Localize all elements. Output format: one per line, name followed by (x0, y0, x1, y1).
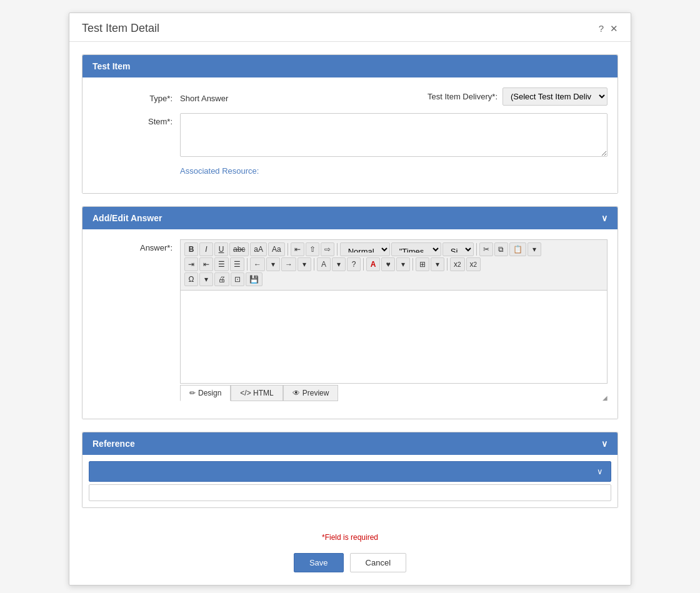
reference-panel: Reference ∨ ∨ (82, 432, 618, 508)
dialog-footer: Save Cancel (69, 546, 631, 585)
stem-label: Stem*: (92, 113, 180, 126)
toolbar-divider-4 (247, 258, 248, 271)
bg-color-dropdown[interactable]: ▾ (396, 257, 410, 271)
test-item-panel-header: Test Item (82, 55, 618, 77)
stem-textarea[interactable] (180, 113, 608, 157)
list-number-button[interactable]: ☰ (230, 257, 244, 271)
editor-content-area[interactable] (180, 290, 608, 384)
list-bullet-button[interactable]: ☰ (214, 257, 229, 271)
italic-button[interactable]: I (199, 242, 213, 256)
delivery-group: Test Item Delivery*: (Select Test Item D… (428, 87, 608, 106)
superscript-button[interactable]: x2 (466, 257, 481, 271)
answer-editor-control: B I U abc aA Aa ⇤ ⇧ ⇨ (180, 239, 608, 401)
answer-label: Answer*: (92, 239, 180, 252)
size-select[interactable]: Size 8 10 12 14 (442, 242, 474, 256)
style-select[interactable]: Normal Heading 1 Heading 2 (340, 242, 390, 256)
indent-right-button[interactable]: ⇥ (184, 257, 198, 271)
answer-panel-body: Answer*: B I U abc aA Aa (82, 229, 618, 419)
toolbar-row-3: Ω ▾ 🖨 ⊡ 💾 (184, 272, 603, 286)
redo-dropdown-button[interactable]: ▾ (298, 257, 311, 271)
copy-button[interactable]: ⧉ (494, 242, 508, 256)
test-item-panel: Test Item Type*: Short Answer Test Item … (82, 54, 618, 194)
type-value: Short Answer (180, 90, 228, 103)
uppercase-button[interactable]: aA (250, 242, 267, 256)
dialog-body: Test Item Type*: Short Answer Test Item … (69, 42, 631, 533)
highlight-button[interactable]: A (317, 257, 331, 271)
editor-footer: ✏ Design </> HTML 👁 Preview (180, 384, 608, 401)
delivery-select[interactable]: (Select Test Item Deliv Online Paper (502, 87, 608, 106)
reference-panel-body: ∨ (82, 455, 618, 507)
omega-button[interactable]: Ω (184, 272, 198, 286)
redo-button[interactable]: → (281, 257, 296, 271)
font-color-button[interactable]: A (366, 257, 380, 271)
test-item-panel-body: Type*: Short Answer Test Item Delivery*:… (82, 77, 618, 193)
undo-button[interactable]: ← (250, 257, 265, 271)
answer-editor-row: Answer*: B I U abc aA Aa (92, 239, 608, 401)
delivery-label: Test Item Delivery*: (428, 92, 498, 101)
resize-handle[interactable]: ◢ (602, 395, 608, 401)
bold-button[interactable]: B (184, 242, 198, 256)
indent-left-button[interactable]: ⇤ (199, 257, 213, 271)
associated-resource-link[interactable]: Associated Resource: (180, 166, 259, 176)
cancel-button[interactable]: Cancel (350, 553, 406, 572)
dialog-header: Test Item Detail ? ✕ (69, 13, 631, 42)
toolbar-row-1: B I U abc aA Aa ⇤ ⇧ ⇨ (184, 242, 603, 256)
reference-input[interactable] (89, 484, 611, 501)
reference-chevron-icon: ∨ (601, 439, 608, 449)
toolbar-divider-1 (288, 243, 288, 256)
answer-header-label: Add/Edit Answer (92, 213, 162, 223)
align-right-button[interactable]: ⇨ (321, 242, 334, 256)
font-color-dropdown[interactable]: ♥ (381, 257, 395, 271)
paste-dropdown-button[interactable]: ▾ (528, 242, 541, 256)
editor-tabs: ✏ Design </> HTML 👁 Preview (180, 385, 338, 401)
toolbar-divider-8 (447, 258, 448, 271)
design-icon: ✏ (189, 389, 196, 397)
highlight-dropdown-button[interactable]: ▾ (332, 257, 346, 271)
reference-dropdown[interactable]: ∨ (89, 461, 611, 482)
tab-html[interactable]: </> HTML (231, 385, 282, 401)
save-button[interactable]: Save (294, 553, 344, 572)
strikethrough-button[interactable]: abc (229, 242, 249, 256)
toolbar-divider-7 (412, 258, 413, 271)
subscript-button[interactable]: x2 (450, 257, 465, 271)
dialog-header-actions: ? ✕ (599, 23, 618, 34)
align-center-button[interactable]: ⇧ (306, 242, 319, 256)
editor-toolbar: B I U abc aA Aa ⇤ ⇧ ⇨ (180, 239, 608, 290)
underline-button[interactable]: U (214, 242, 228, 256)
resize-box-button[interactable]: ⊡ (231, 272, 244, 286)
help-icon[interactable]: ? (599, 23, 604, 34)
toolbar-divider-3 (476, 243, 477, 256)
toolbar-divider-6 (363, 258, 364, 271)
preview-icon: 👁 (292, 389, 300, 397)
reference-panel-header[interactable]: Reference ∨ (82, 432, 618, 455)
omega-dropdown[interactable]: ▾ (199, 272, 213, 286)
case-button[interactable]: Aa (268, 242, 285, 256)
table-dropdown[interactable]: ▾ (431, 257, 444, 271)
tab-design-label: Design (198, 389, 221, 397)
toolbar-divider-2 (337, 243, 338, 256)
answer-chevron-icon: ∨ (601, 213, 608, 223)
table-button[interactable]: ⊞ (416, 257, 429, 271)
close-icon[interactable]: ✕ (610, 23, 618, 34)
associated-spacer (92, 166, 180, 170)
tab-preview-label: Preview (302, 389, 329, 397)
help-button[interactable]: ? (347, 257, 361, 271)
stem-control (180, 113, 608, 159)
toolbar-divider-5 (314, 258, 314, 271)
stem-row: Stem*: (92, 113, 608, 159)
cut-button[interactable]: ✂ (479, 242, 493, 256)
tab-preview[interactable]: 👁 Preview (283, 385, 339, 401)
answer-panel-header[interactable]: Add/Edit Answer ∨ (82, 207, 618, 229)
print-button[interactable]: 🖨 (214, 272, 229, 286)
paste-button[interactable]: 📋 (509, 242, 526, 256)
dialog-title: Test Item Detail (82, 22, 159, 35)
reference-inner-chevron: ∨ (597, 467, 603, 476)
answer-panel: Add/Edit Answer ∨ Answer*: B I U abc (82, 206, 618, 419)
test-item-header-label: Test Item (92, 61, 130, 71)
font-select[interactable]: "Times ... Arial (391, 242, 441, 256)
undo-dropdown-button[interactable]: ▾ (266, 257, 280, 271)
type-label: Type*: (92, 90, 180, 103)
align-left-button[interactable]: ⇤ (291, 242, 304, 256)
tab-design[interactable]: ✏ Design (180, 385, 231, 401)
save-button-toolbar[interactable]: 💾 (246, 272, 262, 286)
